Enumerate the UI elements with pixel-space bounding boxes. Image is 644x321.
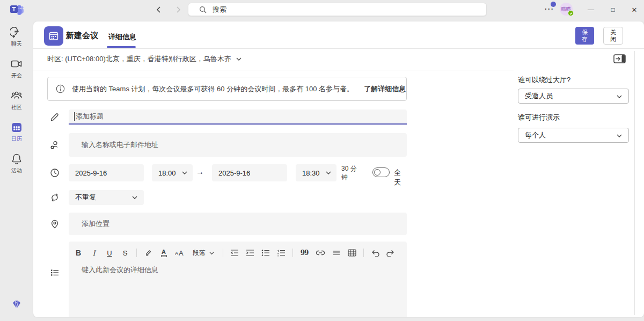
all-day-toggle[interactable] <box>372 167 390 177</box>
title-placeholder: 添加标题 <box>76 112 104 121</box>
quote-button[interactable]: 99 <box>300 248 309 258</box>
lobby-label: 谁可以绕过大厅? <box>518 75 570 85</box>
arrow-right-icon: → <box>196 167 204 176</box>
redo-button[interactable] <box>386 248 395 258</box>
new-meeting-panel: 新建会议 详细信息 保存 关闭 时区: (UTC+08:00)北京，重庆，香港特… <box>33 21 644 317</box>
bold-button[interactable]: B <box>74 248 83 258</box>
numbered-list-button[interactable] <box>277 248 286 258</box>
location-input[interactable]: 添加位置 <box>69 213 407 235</box>
sidebar-item-label: 日历 <box>11 135 22 143</box>
nav-forward-button[interactable] <box>173 4 184 15</box>
calendar-icon <box>10 121 23 134</box>
repeat-icon <box>50 193 60 202</box>
italic-button[interactable]: I <box>90 248 98 258</box>
toolbar-divider <box>363 249 364 257</box>
datetime-row: 2025-9-16 18:00 → 2025-9-16 18:30 30 分钟 … <box>69 164 407 181</box>
window-minimize-button[interactable]: — <box>583 3 599 16</box>
scrollbar-track[interactable] <box>634 51 635 315</box>
collapse-panel-button[interactable] <box>613 54 626 64</box>
recurrence-value: 不重复 <box>75 193 96 202</box>
editor-toolbar: B I U S A <box>69 242 407 260</box>
undo-icon <box>371 249 379 257</box>
presenter-select[interactable]: 每个人 <box>518 128 629 143</box>
bullet-list-icon <box>261 249 270 257</box>
highlighter-button[interactable] <box>144 248 152 258</box>
info-icon <box>56 84 65 93</box>
font-color-button[interactable]: A <box>159 248 168 258</box>
toolbar-divider <box>223 249 223 257</box>
banner-text: 使用当前的 Teams 计划，每次会议最多可获得 60 分钟的会议时间，最多有 … <box>72 84 354 94</box>
sidebar-item-label: 活动 <box>11 167 22 174</box>
chevron-down-icon <box>616 93 623 100</box>
start-time-value: 18:00 <box>158 169 176 177</box>
meeting-form: 使用当前的 Teams 计划，每次会议最多可获得 60 分钟的会议时间，最多有 … <box>33 21 407 317</box>
paragraph-select[interactable]: 段落 <box>192 249 216 258</box>
start-date-value: 2025-9-16 <box>75 169 107 177</box>
chevron-down-icon <box>325 170 332 176</box>
font-size-button[interactable]: A A <box>175 248 185 258</box>
numbered-list-icon <box>277 249 286 257</box>
chevron-left-icon <box>155 6 163 13</box>
titlebar: 搜索 ⋯ 喵喵 — □ ✕ <box>0 0 644 19</box>
notes-list-icon <box>50 268 60 278</box>
sidebar-item-label: 开会 <box>11 72 22 79</box>
bullet-list-button[interactable] <box>261 248 270 258</box>
table-icon <box>348 249 356 257</box>
lobby-select[interactable]: 受邀人员 <box>518 89 629 104</box>
close-button[interactable]: 关闭 <box>603 27 623 45</box>
presenter-label: 谁可进行演示 <box>518 113 560 122</box>
attendees-input[interactable]: 输入名称或电子邮件地址 <box>69 133 407 157</box>
sidebar-item-chat[interactable]: 聊天 <box>0 26 33 56</box>
title-input[interactable]: 添加标题 <box>69 110 407 125</box>
redo-icon <box>386 249 395 257</box>
chevron-right-icon <box>174 6 182 13</box>
strikethrough-button[interactable]: S <box>121 248 129 258</box>
search-input[interactable]: 搜索 <box>188 3 487 16</box>
duration-label: 30 分钟 <box>341 164 362 181</box>
description-editor[interactable]: B I U S A <box>69 242 407 317</box>
bell-icon <box>10 152 23 165</box>
font-size-icon: A A <box>175 249 185 257</box>
sidebar-item-communities[interactable]: 社区 <box>0 89 33 119</box>
people-icon <box>10 89 23 102</box>
premium-diamond-icon[interactable] <box>11 299 22 310</box>
end-time-select[interactable]: 18:30 <box>296 164 336 181</box>
chevron-down-icon <box>131 194 138 201</box>
notification-dot <box>551 2 556 7</box>
chevron-down-icon <box>209 250 215 256</box>
underline-button[interactable]: U <box>105 248 114 258</box>
presenter-value: 每个人 <box>525 130 546 140</box>
end-date-input[interactable]: 2025-9-16 <box>212 164 287 181</box>
window-maximize-button[interactable]: □ <box>605 3 621 16</box>
start-date-input[interactable]: 2025-9-16 <box>69 164 144 181</box>
description-placeholder: 键入此新会议的详细信息 <box>82 265 407 275</box>
sidebar-item-meet[interactable]: 开会 <box>0 57 33 87</box>
chevron-down-icon <box>616 133 623 139</box>
learn-more-link[interactable]: 了解详细信息 <box>364 84 406 94</box>
outdent-button[interactable] <box>230 248 239 258</box>
indent-icon <box>246 249 254 257</box>
link-icon <box>316 250 325 256</box>
sidebar-item-label: 聊天 <box>11 40 22 48</box>
outdent-icon <box>230 249 239 257</box>
end-date-value: 2025-9-16 <box>218 169 250 177</box>
sidebar-item-activity[interactable]: 活动 <box>0 152 33 183</box>
undo-button[interactable] <box>371 248 379 258</box>
insert-table-button[interactable] <box>348 248 356 258</box>
add-person-icon <box>50 140 60 150</box>
recurrence-select[interactable]: 不重复 <box>69 190 144 205</box>
window-close-button[interactable]: ✕ <box>626 3 642 16</box>
start-time-select[interactable]: 18:00 <box>152 164 193 181</box>
text-caret <box>74 112 75 121</box>
insert-divider-button[interactable] <box>332 248 341 258</box>
insert-link-button[interactable] <box>316 248 325 258</box>
font-color-bar <box>161 255 167 257</box>
indent-button[interactable] <box>246 248 254 258</box>
search-placeholder: 搜索 <box>213 5 226 14</box>
teams-logo-icon <box>10 3 24 16</box>
toggle-knob <box>374 169 380 176</box>
save-button[interactable]: 保存 <box>575 27 594 45</box>
video-camera-icon <box>10 57 23 70</box>
nav-back-button[interactable] <box>153 4 164 15</box>
sidebar-item-calendar[interactable]: 日历 <box>0 121 33 151</box>
